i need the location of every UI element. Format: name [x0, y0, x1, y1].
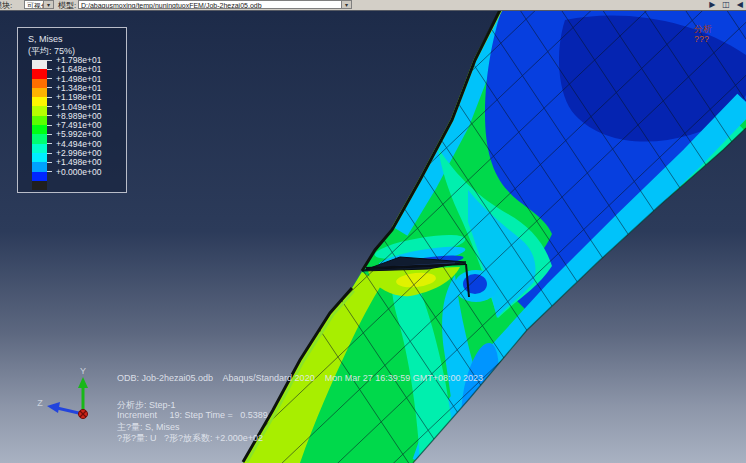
contour-legend: S, Mises (平均: 75%) +1.798e+01+1.648e+01+… [17, 27, 127, 193]
legend-title: S, Mises [28, 34, 63, 44]
legend-swatch [32, 162, 47, 171]
legend-swatch [32, 144, 47, 153]
legend-swatch [32, 125, 47, 134]
model-label: 模型: [58, 0, 76, 11]
legend-tick-value: +0.000e+00 [47, 167, 101, 176]
legend-tick-value: +7.491e+00 [47, 121, 101, 130]
legend-tick-value: +5.992e+00 [47, 130, 101, 139]
legend-swatch [32, 134, 47, 143]
frame-selector-icon[interactable]: ◫ [722, 0, 730, 10]
context-toolbar: 模块: 可视化 ▾ 模型: D:/abaqusmoxing/temp/nunin… [0, 0, 746, 11]
legend-tick-value: +4.494e+00 [47, 139, 101, 148]
legend-swatch [32, 181, 47, 190]
legend-tick-value: +2.996e+00 [47, 149, 101, 158]
legend-swatch [32, 60, 47, 69]
legend-tick-values: +1.798e+01+1.648e+01+1.498e+01+1.348e+01… [47, 60, 125, 192]
module-combo[interactable]: 可视化 [24, 0, 44, 9]
odb-combo-dropdown-icon[interactable]: ▾ [341, 0, 352, 9]
legend-swatch [32, 116, 47, 125]
y-axis-arrowhead-icon [78, 377, 88, 388]
legend-swatch [32, 153, 47, 162]
legend-tick-value: +1.049e+01 [47, 102, 101, 111]
orientation-triad: Y Z [30, 364, 110, 426]
corner-annotation-line2: ??? [694, 34, 709, 44]
legend-tick-value: +8.989e+00 [47, 111, 101, 120]
triad-z-label: Z [37, 398, 43, 408]
legend-tick-value: +1.648e+01 [47, 65, 101, 74]
legend-color-bar [32, 60, 47, 190]
play-animation-icon[interactable]: ▶ [709, 0, 715, 10]
toolbar-icon-group: ▶ ◫ ◀ [709, 0, 743, 10]
legend-tick-value: +1.498e+01 [47, 74, 101, 83]
legend-tick-value: +1.498e+00 [47, 158, 101, 167]
abaqus-window: 模块: 可视化 ▾ 模型: D:/abaqusmoxing/temp/nunin… [0, 0, 746, 463]
legend-swatch [32, 97, 47, 106]
deformed-variable-caption: ?形?量: U ?形?放系数: +2.000e+02 [117, 432, 263, 445]
legend-swatch [32, 69, 47, 78]
previous-frame-icon[interactable]: ◀ [737, 0, 743, 10]
module-combo-dropdown-icon[interactable]: ▾ [43, 0, 54, 9]
legend-swatch [32, 172, 47, 181]
legend-swatch [32, 106, 47, 115]
odb-title-caption: ODB: Job-2hezai05.odb Abaqus/Standard 20… [117, 373, 483, 383]
legend-tick-value: +1.348e+01 [47, 83, 101, 92]
legend-swatch [32, 79, 47, 88]
legend-swatch [32, 88, 47, 97]
legend-tick-value: +1.798e+01 [47, 56, 101, 65]
z-axis-arrowhead-icon [47, 402, 60, 413]
legend-tick-value: +1.198e+01 [47, 93, 101, 102]
increment-caption: Increment 19: Step Time = 0.5389 [117, 410, 268, 420]
triad-y-label: Y [80, 366, 86, 376]
module-label: 模块: [0, 0, 12, 11]
odb-path-combo[interactable]: D:/abaqusmoxing/temp/nuningtuoxFEM/Job-2… [78, 0, 342, 9]
